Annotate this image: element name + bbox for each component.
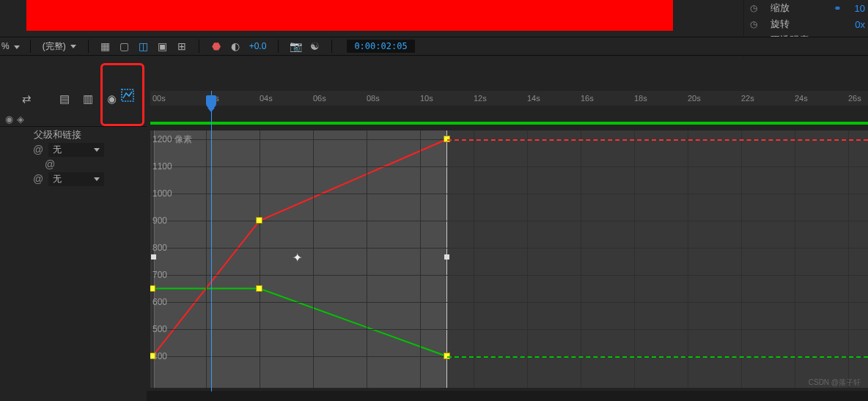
frame-blend-icon[interactable]: ▤: [56, 90, 73, 108]
composition-preview: [26, 0, 673, 31]
stopwatch-icon[interactable]: ◷: [750, 3, 760, 13]
viewer-toolbar: % (完整) ▦ ▢ ◫ ▣ ⊞ ⬣ ◐ +0.0 📷 ☯ 0:00:02:05: [0, 37, 868, 56]
layer-row[interactable]: @ 无: [0, 172, 147, 186]
layer-row[interactable]: @ 无: [0, 142, 147, 157]
link-icon[interactable]: ⚭: [834, 3, 842, 14]
exposure-value[interactable]: +0.0: [249, 41, 267, 51]
grid-guides-icon[interactable]: ⊞: [174, 39, 189, 54]
pickwhip-icon[interactable]: @: [32, 173, 44, 185]
pickwhip-icon[interactable]: @: [44, 158, 56, 170]
property-row-scale[interactable]: ◷ 缩放 ⚭ 10: [744, 0, 868, 16]
current-timecode[interactable]: 0:00:02:05: [347, 40, 414, 53]
property-row-rotation[interactable]: ◷ 旋转 0x: [744, 16, 868, 32]
graph-curves: [150, 130, 868, 388]
property-label: 缩放: [770, 1, 823, 15]
parent-dropdown[interactable]: 无: [48, 172, 104, 186]
layer-outline-column: ◉ ◈ 父级和链接 @ 无 @ @ 无: [0, 111, 147, 186]
stopwatch-icon[interactable]: ◷: [750, 19, 760, 29]
eye-icon[interactable]: ◉: [3, 113, 15, 125]
property-label: 旋转: [770, 18, 845, 31]
property-value[interactable]: 10: [855, 3, 865, 14]
3d-cube-icon[interactable]: ◈: [15, 113, 26, 125]
pickwhip-icon[interactable]: @: [32, 144, 44, 155]
keyframe[interactable]: [256, 217, 262, 224]
layer-row[interactable]: @: [0, 157, 147, 172]
region-handle[interactable]: [444, 254, 449, 260]
keyframe[interactable]: [150, 285, 155, 292]
keyframe[interactable]: [256, 285, 262, 292]
color-management-icon[interactable]: ⬣: [209, 39, 224, 54]
property-value[interactable]: 0x: [855, 19, 865, 30]
bottom-scrollbar[interactable]: [147, 391, 868, 401]
graph-editor[interactable]: 400500600700800900100011001200 像素✦: [150, 130, 868, 388]
snapshot-icon[interactable]: 📷: [288, 39, 303, 54]
keyframe[interactable]: [150, 353, 155, 359]
shy-icon[interactable]: ⇄: [18, 90, 35, 108]
toggle-mask-icon[interactable]: ▢: [117, 39, 132, 54]
exposure-icon[interactable]: ◐: [228, 39, 243, 54]
watermark: CSDN @落子轩: [809, 378, 861, 388]
toggle-pixel-aspect-icon[interactable]: ▣: [155, 39, 170, 54]
region-handle[interactable]: [151, 254, 156, 260]
resolution-dropdown[interactable]: (完整): [38, 39, 81, 54]
graph-editor-button[interactable]: [119, 87, 136, 104]
zoom-percent-dropdown[interactable]: %: [1, 41, 20, 51]
playhead-line: [211, 91, 212, 391]
motion-blur-icon[interactable]: ▥: [79, 90, 97, 108]
playhead-indicator[interactable]: [206, 95, 216, 108]
region-of-interest-icon[interactable]: ◫: [136, 39, 151, 54]
share-icon[interactable]: ☯: [307, 39, 322, 54]
toggle-transparency-grid-icon[interactable]: ▦: [98, 39, 113, 54]
time-ruler[interactable]: 00s02s04s06s08s10s12s14s16s18s20s22s24s2…: [150, 91, 868, 106]
parent-dropdown[interactable]: 无: [48, 143, 104, 157]
parent-link-header: 父级和链接: [0, 126, 147, 142]
work-area-bar[interactable]: [150, 122, 868, 125]
